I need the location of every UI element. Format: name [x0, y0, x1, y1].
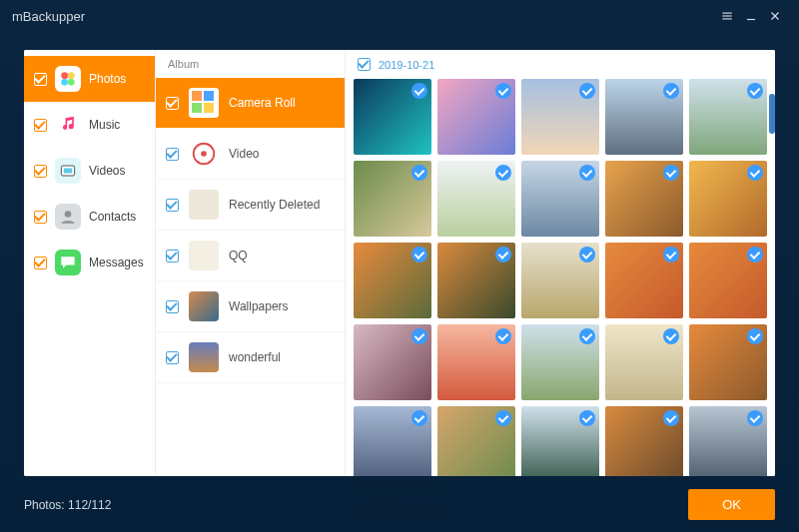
category-contacts[interactable]: Contacts [24, 194, 155, 240]
checkbox-icon[interactable] [166, 300, 179, 313]
selected-check-icon[interactable] [747, 247, 763, 263]
photo-thumbnail[interactable] [605, 243, 683, 318]
album-wallpapers[interactable]: Wallpapers [156, 281, 345, 332]
category-label: Videos [89, 164, 125, 178]
status-text: Photos: 112/112 [24, 498, 111, 512]
photo-grid-panel: 2019-10-21 [346, 50, 775, 476]
photo-thumbnail[interactable] [354, 161, 431, 237]
contacts-icon [55, 204, 81, 230]
svg-rect-14 [192, 91, 202, 101]
selected-check-icon[interactable] [579, 328, 595, 344]
svg-rect-17 [204, 103, 214, 113]
selected-check-icon[interactable] [495, 83, 511, 99]
scrollbar[interactable] [769, 94, 775, 134]
photo-thumbnail[interactable] [521, 406, 599, 476]
photo-thumbnail[interactable] [521, 161, 599, 237]
menu-icon[interactable] [715, 4, 739, 28]
photo-thumbnail[interactable] [437, 161, 515, 237]
checkbox-icon[interactable] [166, 250, 179, 263]
selected-check-icon[interactable] [663, 410, 679, 426]
photo-thumbnail[interactable] [689, 406, 767, 476]
checkbox-icon[interactable] [34, 73, 47, 86]
app-title: mBackupper [12, 9, 85, 24]
checkbox-icon[interactable] [358, 58, 371, 71]
category-videos[interactable]: Videos [24, 148, 155, 194]
checkbox-icon[interactable] [34, 211, 47, 224]
photo-thumbnail[interactable] [521, 79, 599, 155]
photos-icon [55, 66, 81, 92]
selected-check-icon[interactable] [579, 165, 595, 181]
album-label: Recently Deleted [229, 198, 320, 212]
photo-thumbnail[interactable] [354, 324, 431, 400]
selected-check-icon[interactable] [495, 247, 511, 263]
date-group-header[interactable]: 2019-10-21 [346, 50, 775, 79]
album-thumb-icon [189, 88, 219, 118]
album-qq[interactable]: QQ [156, 231, 345, 281]
album-thumb-icon [189, 291, 219, 321]
album-video[interactable]: Video [156, 129, 345, 180]
category-label: Messages [89, 256, 144, 269]
photo-thumbnail[interactable] [437, 324, 515, 400]
photo-thumbnail[interactable] [521, 324, 599, 400]
svg-point-6 [61, 72, 68, 79]
selected-check-icon[interactable] [579, 83, 595, 99]
main-panel: Photos Music Videos Contacts [24, 50, 775, 476]
checkbox-icon[interactable] [166, 97, 179, 110]
selected-check-icon[interactable] [663, 165, 679, 181]
photo-thumbnail[interactable] [689, 243, 767, 318]
selected-check-icon[interactable] [411, 410, 427, 426]
photo-thumbnail[interactable] [689, 324, 767, 400]
selected-check-icon[interactable] [747, 410, 763, 426]
selected-check-icon[interactable] [411, 328, 427, 344]
album-label: QQ [229, 249, 248, 263]
svg-point-7 [68, 72, 75, 79]
selected-check-icon[interactable] [663, 247, 679, 263]
photo-thumbnail[interactable] [437, 79, 515, 155]
photo-thumbnail[interactable] [437, 406, 515, 476]
checkbox-icon[interactable] [34, 119, 47, 132]
photo-thumbnail[interactable] [689, 161, 767, 237]
photo-thumbnail[interactable] [354, 406, 431, 476]
selected-check-icon[interactable] [747, 165, 763, 181]
selected-check-icon[interactable] [747, 83, 763, 99]
photo-thumbnail[interactable] [437, 243, 515, 318]
category-music[interactable]: Music [24, 102, 155, 148]
category-photos[interactable]: Photos [24, 56, 155, 102]
checkbox-icon[interactable] [166, 199, 179, 212]
ok-button[interactable]: OK [688, 489, 775, 520]
category-messages[interactable]: Messages [24, 240, 155, 285]
photo-thumbnail[interactable] [354, 243, 431, 318]
photo-thumbnail[interactable] [605, 324, 683, 400]
checkbox-icon[interactable] [34, 257, 47, 269]
selected-check-icon[interactable] [411, 165, 427, 181]
selected-check-icon[interactable] [495, 328, 511, 344]
close-icon[interactable] [763, 4, 787, 28]
videos-icon [55, 158, 81, 184]
selected-check-icon[interactable] [495, 410, 511, 426]
selected-check-icon[interactable] [579, 410, 595, 426]
selected-check-icon[interactable] [411, 83, 427, 99]
album-label: Wallpapers [229, 299, 289, 313]
selected-check-icon[interactable] [579, 247, 595, 263]
photo-thumbnail[interactable] [689, 79, 767, 155]
album-camera-roll[interactable]: Camera Roll [156, 78, 345, 129]
album-recently-deleted[interactable]: Recently Deleted [156, 180, 345, 231]
selected-check-icon[interactable] [411, 247, 427, 263]
photo-thumbnail[interactable] [605, 406, 683, 476]
selected-check-icon[interactable] [663, 328, 679, 344]
photo-thumbnail[interactable] [521, 243, 599, 318]
album-label: Video [229, 147, 259, 161]
selected-check-icon[interactable] [663, 83, 679, 99]
checkbox-icon[interactable] [166, 351, 179, 364]
photo-thumbnail[interactable] [605, 161, 683, 237]
minimize-icon[interactable] [739, 4, 763, 28]
selected-check-icon[interactable] [495, 165, 511, 181]
checkbox-icon[interactable] [34, 165, 47, 178]
checkbox-icon[interactable] [166, 148, 179, 161]
photo-thumbnail[interactable] [354, 79, 431, 155]
selected-check-icon[interactable] [747, 328, 763, 344]
album-wonderful[interactable]: wonderful [156, 332, 345, 383]
svg-point-8 [61, 79, 68, 86]
photo-thumbnail[interactable] [605, 79, 683, 155]
album-thumb-icon [189, 241, 219, 270]
